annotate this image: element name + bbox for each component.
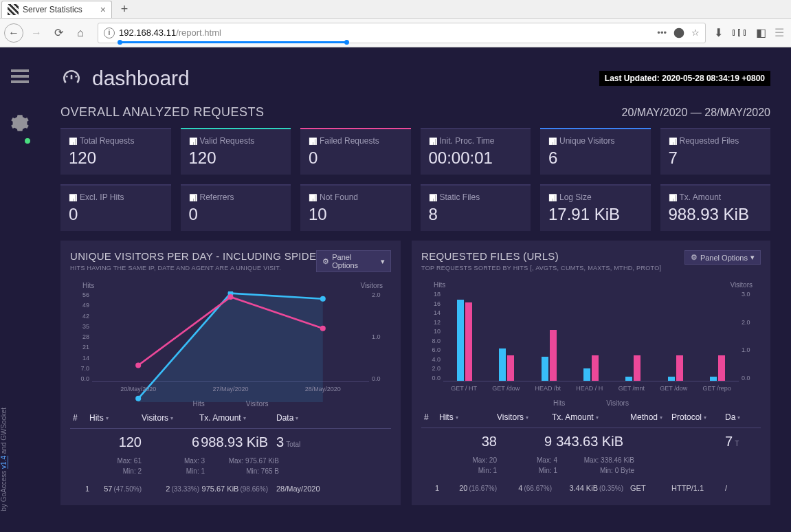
url-progress-bar bbox=[119, 41, 348, 43]
forward-button: → bbox=[27, 24, 45, 42]
stat-card: Referrers0 bbox=[181, 184, 291, 231]
stat-card: Total Requests120 bbox=[60, 128, 171, 175]
stat-value: 0 bbox=[69, 205, 163, 224]
library-icon[interactable]: ⫾⫿⫾ bbox=[731, 26, 748, 39]
browser-tab[interactable]: Server Statistics × bbox=[1, 1, 112, 18]
gear-icon: ⚙ bbox=[322, 257, 329, 266]
stat-value: 0 bbox=[309, 148, 403, 168]
tab-title: Server Statistics bbox=[23, 5, 82, 14]
reload-button[interactable]: ⟳ bbox=[49, 24, 67, 42]
svg-point-1 bbox=[75, 76, 77, 78]
site-info-icon[interactable]: i bbox=[104, 27, 115, 38]
gear-icon: ⚙ bbox=[691, 253, 698, 262]
svg-point-0 bbox=[66, 76, 68, 78]
line-chart: Hits Visitors 564942352821147.00.0 20/Ma… bbox=[70, 282, 391, 399]
chevron-down-icon: ▾ bbox=[381, 257, 385, 266]
bar-chart: Hits Visitors 18161412108.06.04.02.00.0 … bbox=[421, 281, 761, 398]
table-row: 1 57(47.50%) 2(33.33%) 975.67 KiB(98.66%… bbox=[70, 482, 391, 496]
stat-card: Valid Requests120 bbox=[181, 128, 291, 175]
summary-row: 38 9 343.63 KiB 7T bbox=[421, 428, 761, 455]
stat-card: Tx. Amount988.93 KiB bbox=[660, 184, 771, 231]
stat-value: 120 bbox=[189, 148, 283, 168]
stat-value: 10 bbox=[309, 205, 403, 224]
stat-value: 6 bbox=[548, 148, 643, 168]
summary-row: 120 6 988.93 KiB 3Total bbox=[70, 429, 391, 456]
svg-point-5 bbox=[320, 296, 326, 302]
dashboard-icon bbox=[60, 67, 82, 89]
stat-card: Failed Requests0 bbox=[300, 128, 411, 175]
url-text: 192.168.43.11/report.html bbox=[119, 27, 221, 38]
stat-label: Referrers bbox=[189, 192, 283, 202]
section-title: OVERALL ANALYZED REQUESTS bbox=[60, 105, 265, 120]
sidebar-icon[interactable]: ◧ bbox=[756, 26, 766, 39]
table-header: # Hits Visitors Tx. Amount Data bbox=[70, 408, 391, 429]
panel-title: UNIQUE VISITORS PER DAY - INCLUDING SPID… bbox=[70, 250, 316, 262]
stat-card: Log Size17.91 KiB bbox=[540, 184, 651, 231]
panel-title: REQUESTED FILES (URLS) bbox=[421, 250, 661, 262]
nav-bar: ← → ⟳ ⌂ i 192.168.43.11/report.html ••• … bbox=[0, 19, 791, 47]
svg-point-8 bbox=[320, 326, 326, 331]
panel-subtitle: TOP REQUESTS SORTED BY HITS [, AVGTS, CU… bbox=[421, 265, 661, 271]
last-updated-badge: Last Updated: 2020-05-28 08:34:19 +0800 bbox=[599, 71, 770, 86]
stat-label: Failed Requests bbox=[309, 136, 403, 146]
files-panel: REQUESTED FILES (URLS) TOP REQUESTS SORT… bbox=[412, 241, 770, 505]
new-tab-button[interactable]: + bbox=[116, 1, 133, 17]
home-button[interactable]: ⌂ bbox=[71, 24, 89, 42]
stat-value: 7 bbox=[669, 148, 763, 168]
svg-point-3 bbox=[135, 396, 141, 401]
stat-label: Unique Visitors bbox=[548, 136, 643, 146]
main-content: dashboard Last Updated: 2020-05-28 08:34… bbox=[40, 47, 791, 532]
stat-label: Excl. IP Hits bbox=[69, 192, 163, 202]
stat-value: 00:00:01 bbox=[429, 148, 523, 168]
panel-options-button[interactable]: ⚙Panel Options▾ bbox=[684, 250, 761, 265]
stat-label: Not Found bbox=[309, 192, 403, 202]
back-button[interactable]: ← bbox=[4, 23, 23, 43]
pocket-icon[interactable] bbox=[673, 27, 684, 38]
stat-label: Requested Files bbox=[669, 136, 763, 146]
table-header: # Hits Visitors Tx. Amount Method Protoc… bbox=[421, 407, 761, 428]
stat-card: Excl. IP Hits0 bbox=[60, 184, 171, 231]
date-range: 20/MAY/2020 — 28/MAY/2020 bbox=[622, 107, 770, 119]
stat-card: Not Found10 bbox=[300, 184, 411, 231]
favicon-icon bbox=[8, 4, 19, 15]
stat-label: Init. Proc. Time bbox=[429, 136, 523, 146]
stat-label: Static Files bbox=[429, 192, 523, 202]
app-body: by GoAccess v1.4 and GWSocket dashboard … bbox=[0, 47, 791, 532]
panel-subtitle: HITS HAVING THE SAME IP, DATE AND AGENT … bbox=[70, 265, 316, 271]
stat-value: 988.93 KiB bbox=[669, 205, 763, 224]
stat-value: 120 bbox=[69, 148, 163, 168]
stat-card: Static Files8 bbox=[421, 184, 531, 231]
visitors-panel: UNIQUE VISITORS PER DAY - INCLUDING SPID… bbox=[60, 241, 401, 505]
status-dot bbox=[25, 138, 30, 144]
stat-label: Log Size bbox=[548, 192, 643, 202]
app-menu-icon[interactable]: ☰ bbox=[775, 26, 784, 39]
page-actions-icon[interactable]: ••• bbox=[657, 27, 667, 38]
close-icon[interactable]: × bbox=[100, 4, 106, 15]
stat-value: 8 bbox=[429, 205, 523, 224]
menu-icon[interactable] bbox=[11, 67, 29, 86]
stat-label: Tx. Amount bbox=[669, 192, 763, 202]
stat-value: 0 bbox=[189, 205, 283, 224]
address-bar[interactable]: i 192.168.43.11/report.html ••• ☆ bbox=[98, 23, 706, 43]
svg-point-7 bbox=[227, 294, 233, 300]
stat-card: Init. Proc. Time00:00:01 bbox=[421, 128, 531, 175]
downloads-icon[interactable]: ⬇ bbox=[714, 26, 723, 39]
credit-text: by GoAccess v1.4 and GWSocket bbox=[0, 408, 40, 511]
panel-options-button[interactable]: ⚙Panel Options▾ bbox=[316, 250, 391, 272]
left-rail: by GoAccess v1.4 and GWSocket bbox=[0, 47, 40, 532]
page-title: dashboard bbox=[60, 67, 190, 90]
gear-icon[interactable] bbox=[10, 113, 30, 133]
svg-point-6 bbox=[135, 362, 141, 368]
stat-label: Total Requests bbox=[69, 136, 163, 146]
table-row: 1 20(16.67%) 4(66.67%) 3.44 KiB(0.35%) G… bbox=[421, 481, 761, 495]
stat-grid: Total Requests120Valid Requests120Failed… bbox=[60, 128, 770, 231]
stat-label: Valid Requests bbox=[189, 136, 283, 146]
bookmark-star-icon[interactable]: ☆ bbox=[691, 27, 700, 38]
chevron-down-icon: ▾ bbox=[750, 253, 755, 262]
stat-card: Unique Visitors6 bbox=[540, 128, 651, 175]
stat-card: Requested Files7 bbox=[660, 128, 771, 175]
stat-value: 17.91 KiB bbox=[548, 205, 643, 224]
tab-strip: Server Statistics × + bbox=[0, 0, 791, 19]
